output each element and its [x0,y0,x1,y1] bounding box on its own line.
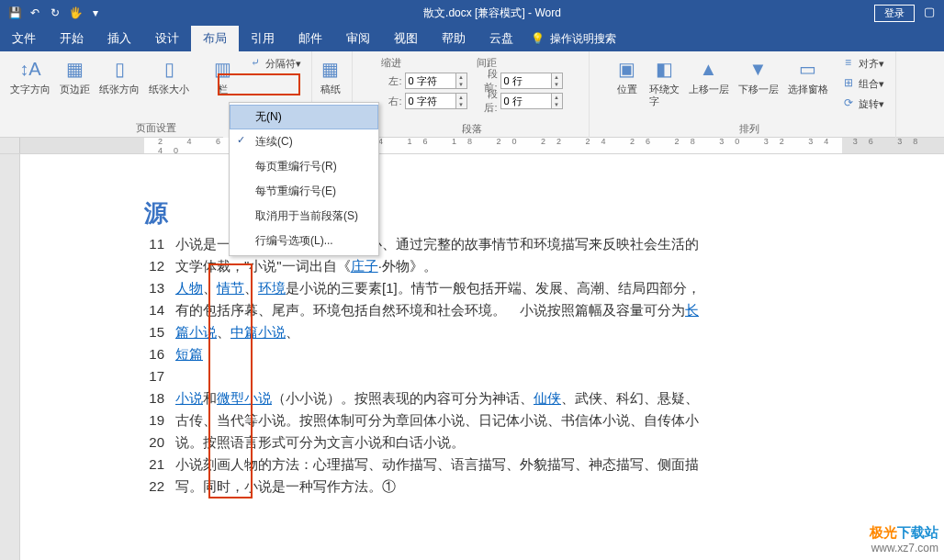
line-text[interactable]: 人物、情节、环境是小说的三要素[1]。情节一般包括开端、发展、高潮、结局四部分， [175,277,944,299]
ribbon-display-options-icon[interactable]: ▢ [918,5,940,22]
columns-icon: ▥ [209,56,235,82]
size-icon: ▯ [156,56,182,82]
document-page[interactable]: 源11小说是一种以刻画人物形象为中心、通过完整的故事情节和环境描写来反映社会生活… [20,154,944,560]
tab-mailings[interactable]: 邮件 [287,26,334,51]
selection-pane-label: 选择窗格 [788,84,828,95]
line-number: 19 [144,409,175,431]
selection-pane-button[interactable]: ▭选择窗格 [784,54,832,97]
rotate-button[interactable]: ⟳旋转 ▾ [837,95,888,113]
line-text[interactable]: 文学体裁，"小说"一词出自《庄子·外物》。 [175,255,944,277]
undo-icon[interactable]: ↶ [28,6,42,20]
tab-layout[interactable]: 布局 [191,26,239,51]
watermark-brand-b: 下载站 [897,524,938,540]
text-line: 22写。同时，小说是一种写作方法。① [144,476,944,498]
rotate-label: 旋转 [859,97,879,111]
manuscript-button[interactable]: ▦稿纸 [314,54,347,97]
indent-right-spinner[interactable]: 右:0 字符▲▼ [381,92,467,110]
hyperlink[interactable]: 篇小说 [175,324,217,340]
touch-icon[interactable]: 🖐 [68,6,83,20]
margins-label: 页边距 [60,84,90,95]
tell-me[interactable]: 💡 操作说明搜索 [531,26,616,51]
watermark: 极光下载站 www.xz7.com [870,524,938,554]
dropdown-item-label: 行编号选项(L)... [255,234,333,247]
line-text[interactable]: 说。按照语言形式可分为文言小说和白话小说。 [175,431,944,454]
group-objects-label: 组合 [859,77,879,91]
group-objects-button[interactable]: ⊞组合 ▾ [837,74,888,93]
wrap-text-button[interactable]: ◧环绕文 字 [646,54,683,109]
margins-button[interactable]: ▦页边距 [56,54,94,97]
line-numbers-option-2[interactable]: ✓每页重编行号(R) [230,154,378,179]
dropdown-item-label: 每页重编行号(R) [255,160,337,173]
bring-forward-icon: ▲ [696,56,722,82]
hyperlink[interactable]: 仙侠 [534,390,561,406]
qat-customize-icon[interactable]: ▾ [88,6,103,20]
line-number: 11 [144,233,175,255]
tab-references[interactable]: 引用 [239,26,287,51]
line-numbers-option-4[interactable]: ✓取消用于当前段落(S) [230,204,378,229]
ribbon: ↕A文字方向 ▦页边距 ▯纸张方向 ▯纸张大小 ▥栏 ⤶分隔符 ▾ . 页面设置… [0,51,944,138]
size-button[interactable]: ▯纸张大小 [145,54,193,97]
tab-view[interactable]: 视图 [382,26,430,51]
hyperlink[interactable]: 短篇 [175,346,203,362]
line-numbers-option-1[interactable]: ✓连续(C) [230,129,378,154]
hyperlink[interactable]: 环境 [258,280,286,296]
line-text[interactable]: 篇小说、中篇小说、 [175,321,944,343]
orientation-icon: ▯ [107,56,132,82]
line-text[interactable]: 古传、当代等小说。按照体制可分为章回体小说、日记体小说、书信体小说、自传体小 [175,409,944,431]
send-backward-button[interactable]: ▼下移一层 [735,54,782,97]
tab-home[interactable]: 开始 [48,26,96,51]
hyperlink[interactable]: 人物 [175,280,203,296]
tab-design[interactable]: 设计 [143,26,191,51]
spacing-before-value[interactable]: 0 行 [500,73,552,89]
line-text[interactable]: 小说刻画人物的方法：心理描写、动作描写、语言描写、外貌描写、神态描写、侧面描 [175,454,944,476]
line-text[interactable]: 有的包括序幕、尾声。环境包括自然环境和社会环境。 小说按照篇幅及容量可分为长 [175,299,944,321]
indent-title: 缩进 [381,56,467,70]
title-bar: 💾 ↶ ↻ 🖐 ▾ 散文.docx [兼容模式] - Word 登录 ▢ [0,0,944,26]
indent-left-spinner[interactable]: 左:0 字符▲▼ [381,72,467,90]
tab-file[interactable]: 文件 [0,26,48,51]
horizontal-ruler[interactable]: 2 4 6 8 10 12 14 16 18 20 22 24 26 28 30… [0,138,944,154]
line-text[interactable]: 写。同时，小说是一种写作方法。① [175,476,944,498]
login-button[interactable]: 登录 [874,5,915,22]
dropdown-item-label: 每节重编行号(E) [255,185,336,197]
line-numbers-option-0[interactable]: ✓无(N) [230,105,378,129]
indent-right-value[interactable]: 0 字符 [405,93,456,109]
line-text[interactable]: 短篇 [175,343,944,365]
save-icon[interactable]: 💾 [7,6,22,20]
group-paragraph: 缩进 左:0 字符▲▼ 右:0 字符▲▼ 间距 段前:0 行▲▼ 段后:0 行▲… [354,51,590,138]
vertical-ruler[interactable] [0,154,20,560]
hyperlink[interactable]: 微型小说 [217,390,272,406]
tab-clouddisk[interactable]: 云盘 [478,26,525,51]
line-numbers-option-5[interactable]: ✓行编号选项(L)... [230,229,378,253]
hyperlink[interactable]: 长 [685,302,699,318]
text-direction-button[interactable]: ↕A文字方向 [6,54,54,97]
redo-icon[interactable]: ↻ [48,6,62,20]
workspace: 源11小说是一种以刻画人物形象为中心、通过完整的故事情节和环境描写来反映社会生活… [0,154,944,560]
dropdown-item-label: 取消用于当前段落(S) [255,209,358,222]
send-backward-label: 下移一层 [738,84,779,95]
orientation-button[interactable]: ▯纸张方向 [96,54,143,97]
line-text[interactable]: 小说和微型小说（小小说）。按照表现的内容可分为神话、仙侠、武侠、科幻、悬疑、 [175,387,944,409]
columns-button[interactable]: ▥栏 [206,54,239,97]
line-text[interactable] [175,365,944,387]
indent-left-value[interactable]: 0 字符 [405,73,456,89]
breaks-button[interactable]: ⤶分隔符 ▾ [244,54,305,73]
tab-help[interactable]: 帮助 [430,26,478,51]
bring-forward-button[interactable]: ▲上移一层 [685,54,733,97]
line-numbers-option-3[interactable]: ✓每节重编行号(E) [230,179,378,204]
line-number: 14 [144,299,175,321]
line-number: 16 [144,343,175,365]
tab-insert[interactable]: 插入 [96,26,143,51]
breaks-label: 分隔符 [265,57,296,71]
align-label: 对齐 [859,57,879,71]
hyperlink[interactable]: 情节 [217,280,244,296]
spacing-after-value[interactable]: 0 行 [500,93,552,109]
hyperlink[interactable]: 中篇小说 [230,324,286,340]
hyperlink[interactable]: 庄子 [351,258,378,274]
group-arrange: ▣位置 ◧环绕文 字 ▲上移一层 ▼下移一层 ▭选择窗格 ≡对齐 ▾ ⊞组合 ▾… [602,51,896,138]
hyperlink[interactable]: 小说 [175,390,203,406]
tab-review[interactable]: 审阅 [334,26,382,51]
align-button[interactable]: ≡对齐 ▾ [837,54,888,73]
position-button[interactable]: ▣位置 [611,54,644,97]
spacing-after-spinner[interactable]: 段后:0 行▲▼ [477,92,563,110]
